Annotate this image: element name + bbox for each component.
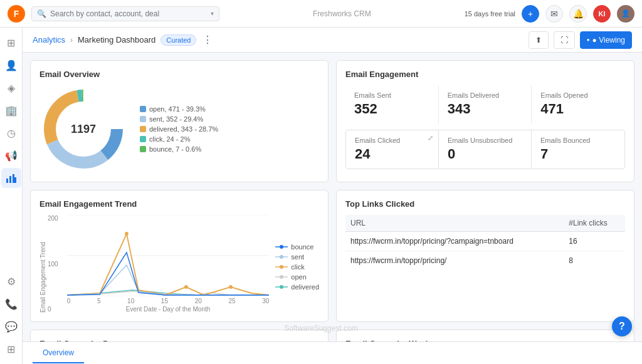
main-layout: ⊞ 👤 ◈ 🏢 ◷ 📢 ⚙ 📞 💬 ⊞ Analytics › Marketin…: [0, 28, 642, 364]
svg-point-13: [125, 232, 129, 236]
link-clicks-2: 8: [564, 251, 625, 271]
email-overview-card: Email Overview: [30, 60, 329, 182]
sidebar-item-activities[interactable]: ◷: [1, 123, 21, 143]
legend-open: open: [275, 273, 319, 281]
metric-unsubscribed: Emails Unsubscribed 0: [439, 130, 532, 169]
share-icon: ⬆: [535, 36, 542, 44]
links-table-header: URL #Link clicks: [345, 215, 625, 232]
bottom-metrics: ⤢ Emails Clicked 24 Emails Unsubscribed …: [345, 130, 625, 169]
legend-dot-sent: [140, 116, 146, 122]
legend-open: open, 471 - 39.3%: [140, 105, 218, 113]
viewing-button[interactable]: ● ● Viewing: [580, 31, 632, 49]
svg-rect-2: [13, 174, 14, 183]
topbar-right: 15 days free trial + ✉ 🔔 KI 👤: [465, 5, 634, 23]
share-button[interactable]: ⬆: [529, 31, 549, 49]
svg-point-21: [280, 265, 283, 269]
trend-svg: [67, 215, 270, 296]
email-opens-week-card: Email Opens by Week # Emails Opened 200 …: [336, 330, 634, 341]
search-icon: 🔍: [37, 9, 46, 18]
sidebar-item-deals[interactable]: ◈: [1, 78, 21, 98]
dropdown-icon: ▾: [211, 10, 214, 17]
content-area: Analytics › Marketing Dashboard Curated …: [23, 28, 642, 364]
metric-clicked: ⤢ Emails Clicked 24: [346, 130, 439, 169]
row-2: Email Engagement Trend Email Engagement …: [30, 190, 634, 322]
sidebar-item-home[interactable]: ⊞: [1, 33, 21, 53]
fullscreen-button[interactable]: ⛶: [554, 31, 575, 49]
donut-legend: open, 471 - 39.3% sent, 352 - 29.4% deli…: [140, 105, 218, 153]
x-ticks: 0 5 10 15 20 25 30: [67, 296, 270, 304]
legend-click: click, 24 - 2%: [140, 135, 218, 143]
breadcrumb-bar: Analytics › Marketing Dashboard Curated …: [23, 28, 642, 53]
user-initials-button[interactable]: KI: [593, 5, 611, 23]
metric-bounced-value: 7: [540, 146, 616, 162]
more-options-icon[interactable]: ⋮: [203, 34, 213, 46]
svg-point-23: [280, 275, 283, 279]
curated-badge: Curated: [160, 34, 196, 46]
search-input[interactable]: [50, 9, 207, 18]
top-links-card: Top Links Clicked URL #Link clicks https…: [336, 190, 634, 322]
table-row: https://fwcrm.in/toppr/pricing/ 8: [345, 251, 625, 271]
sidebar-item-settings[interactable]: ⚙: [1, 271, 21, 291]
app-logo: F: [8, 5, 25, 23]
x-axis-label: Event Date - Day of the Month: [67, 306, 270, 313]
sidebar-item-analytics[interactable]: [1, 168, 21, 188]
sidebar-item-contacts[interactable]: 👤: [1, 55, 21, 75]
metric-delivered-label: Emails Delivered: [448, 91, 523, 99]
sidebar-item-phone[interactable]: 📞: [1, 294, 21, 314]
sidebar-item-apps[interactable]: ⊞: [1, 339, 21, 359]
metric-delivered-value: 343: [448, 101, 523, 117]
trend-inner: Email Engagement Trend 200 100 0: [39, 215, 319, 313]
svg-point-15: [229, 285, 233, 289]
trend-legend: bounce sent click: [275, 215, 319, 313]
search-bar[interactable]: 🔍 ▾: [31, 6, 219, 21]
topbar: F 🔍 ▾ Freshworks CRM 15 days free trial …: [0, 0, 642, 28]
sidebar: ⊞ 👤 ◈ 🏢 ◷ 📢 ⚙ 📞 💬 ⊞: [0, 28, 23, 364]
svg-rect-0: [6, 179, 8, 183]
link-url-1: https://fwcrm.in/toppr/pricing/?campaign…: [345, 232, 564, 251]
viewing-label: ● Viewing: [592, 36, 625, 44]
add-button[interactable]: +: [522, 5, 539, 23]
y-axis-label: Email Engagement Trend: [39, 215, 46, 313]
top-metrics: Emails Sent 352 Emails Delivered 343 Ema…: [345, 85, 625, 123]
breadcrumb-analytics[interactable]: Analytics: [33, 35, 65, 44]
donut-total: 1197: [71, 123, 96, 136]
tab-overview[interactable]: Overview: [33, 343, 84, 363]
metric-opened-value: 471: [540, 101, 616, 117]
legend-dot-bounce: [140, 146, 146, 152]
sidebar-item-campaigns[interactable]: 📢: [1, 145, 21, 165]
metric-delivered: Emails Delivered 343: [439, 85, 532, 123]
metric-unsubscribed-label: Emails Unsubscribed: [448, 137, 522, 144]
legend-dot-delivered: [140, 126, 146, 132]
email-button[interactable]: ✉: [545, 5, 563, 23]
legend-dot-click: [140, 136, 146, 142]
email-overview-inner: 1197 open, 471 - 39.3% sent, 352 - 29.4%: [39, 85, 319, 173]
avatar[interactable]: 👤: [617, 5, 634, 23]
sidebar-item-accounts[interactable]: 🏢: [1, 100, 21, 120]
table-row: https://fwcrm.in/toppr/pricing/?campaign…: [345, 232, 625, 251]
help-button[interactable]: ?: [612, 316, 632, 336]
legend-sent: sent: [275, 253, 319, 261]
notification-button[interactable]: 🔔: [569, 5, 587, 23]
app-title: Freshworks CRM: [226, 9, 458, 18]
metric-bounced: Emails Bounced 7: [532, 130, 624, 169]
y-ticks: 200 100 0: [48, 215, 61, 313]
email-engagement-title: Email Engagement: [345, 70, 625, 79]
legend-click: click: [275, 263, 319, 271]
tab-bar: Overview: [23, 341, 642, 364]
legend-delivered: delivered: [275, 283, 319, 291]
top-links-title: Top Links Clicked: [345, 199, 625, 209]
analytics-icon: [6, 172, 17, 184]
expand-icon[interactable]: ⤢: [428, 134, 433, 142]
metric-opened-label: Emails Opened: [540, 91, 616, 99]
trial-text: 15 days free trial: [465, 10, 515, 18]
breadcrumb-separator: ›: [70, 36, 73, 44]
dashboard: Email Overview: [23, 53, 642, 341]
metric-clicked-label: Emails Clicked: [355, 137, 429, 144]
trend-chart: 0 5 10 15 20 25 30 Event Date - Day of t…: [67, 215, 270, 313]
metric-opened: Emails Opened 471: [532, 85, 625, 123]
trend-y-area: Email Engagement Trend 200 100 0: [39, 215, 61, 313]
metric-sent: Emails Sent 352: [345, 85, 439, 123]
donut-chart: 1197: [39, 85, 127, 173]
email-overview-title: Email Overview: [39, 70, 319, 79]
sidebar-item-chat[interactable]: 💬: [1, 316, 21, 336]
